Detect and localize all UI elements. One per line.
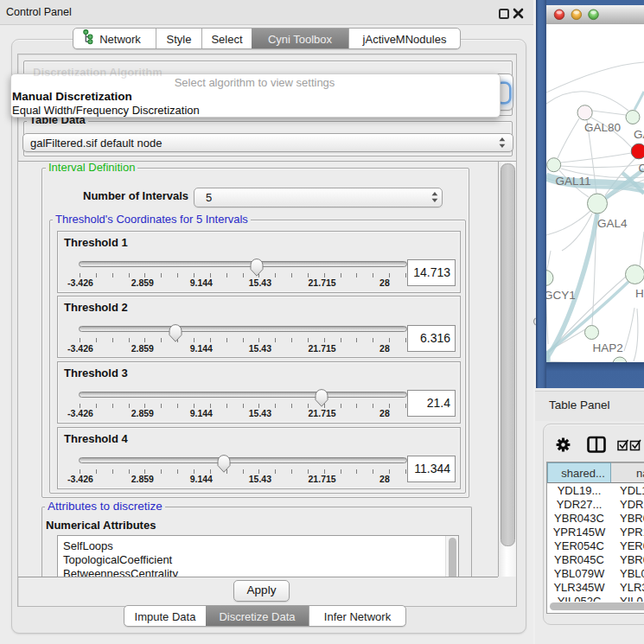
svg-text:HAP2: HAP2 — [593, 341, 623, 354]
svg-text:GAL: GAL — [634, 128, 644, 141]
svg-text:GAL11: GAL11 — [556, 175, 591, 188]
svg-text:GAL80: GAL80 — [584, 121, 621, 134]
svg-text:H: H — [635, 287, 644, 300]
svg-text:GCY1: GCY1 — [546, 289, 576, 302]
svg-text:C: C — [639, 162, 644, 175]
svg-text:GAL4: GAL4 — [597, 217, 628, 230]
